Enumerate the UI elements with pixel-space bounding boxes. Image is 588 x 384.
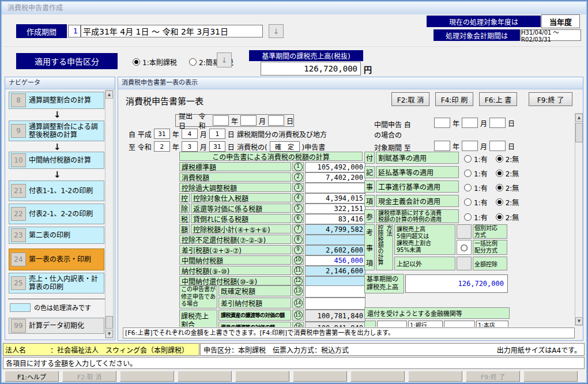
fuki-row-label: 延払基準等の適用 (376, 166, 459, 178)
interim-to-year-field[interactable] (434, 141, 450, 151)
from-month-field[interactable]: 4 (182, 129, 198, 139)
submit-year-field[interactable] (213, 115, 229, 126)
fkey-f1-help[interactable]: F1:ヘルプ (5, 371, 59, 382)
interim-from-month-field[interactable] (462, 118, 478, 128)
value-cell[interactable]: 105,492,000 (305, 162, 365, 172)
fkey-f7[interactable] (350, 371, 405, 382)
radio-yes[interactable] (464, 184, 472, 191)
value-cell[interactable]: 7,402,200 (305, 172, 365, 183)
method-box-full[interactable] (457, 257, 472, 270)
submit-day-field[interactable] (268, 115, 284, 126)
to-year-field[interactable]: 2 (154, 141, 170, 152)
value-cell[interactable]: 100,781,840 (305, 310, 365, 322)
nav-item-10[interactable]: 10 中間納付税額の計算 (9, 152, 104, 169)
refund-bank-name-field[interactable] (377, 321, 407, 327)
down-arrow-icon: ↓ (221, 56, 228, 65)
fkey-f4[interactable] (178, 371, 232, 382)
scroll-up-icon[interactable]: ▲ (575, 114, 583, 122)
scroll-down-icon[interactable]: ▼ (575, 317, 583, 325)
interim-to-day-field[interactable] (489, 141, 506, 151)
radio-yes[interactable] (464, 170, 472, 177)
scrollbar-thumb[interactable] (105, 316, 113, 329)
nav-item-23[interactable]: 23 第二表の印刷 (9, 227, 104, 244)
nav-item-label: 通算調整割合による調整後税額の計算 (29, 123, 102, 140)
nav-item-8[interactable]: 8 通算調整割合の計算 (9, 92, 104, 109)
refund-branch-type-field[interactable]: 1:本店 (476, 321, 508, 327)
radio-yes[interactable] (464, 155, 472, 163)
value-cell[interactable] (305, 183, 365, 193)
fkey-f5[interactable] (235, 371, 289, 382)
submit-month-field[interactable] (240, 115, 257, 126)
value-cell[interactable]: 4,799,582 (305, 224, 365, 235)
nav-item-24-active[interactable]: 24 第一表の表示・印刷 (9, 249, 104, 270)
base-sales-field[interactable]: 126,720,000 (261, 62, 361, 76)
scrollbar-thumb[interactable] (575, 123, 583, 142)
declaration-kind-field[interactable]: 確 定 (270, 141, 300, 152)
value-cell[interactable] (305, 235, 365, 245)
radio-no[interactable] (496, 155, 503, 163)
nav-item-21[interactable]: 21 付表1-1、1-2の印刷 (9, 180, 104, 201)
period-dropdown-button[interactable]: ↓ (269, 24, 284, 38)
value-cell[interactable] (305, 285, 365, 298)
from-year-field[interactable]: 31 (154, 129, 170, 139)
flow-down-arrow-icon: ↓ (54, 170, 61, 180)
fkey-f10[interactable] (523, 371, 578, 382)
navigator-scrollbar[interactable]: ▲ ▼ (105, 90, 114, 338)
fkey-f2-cancel[interactable]: F2:取 消 (62, 371, 116, 382)
scroll-up-icon[interactable]: ▲ (105, 91, 113, 99)
value-cell[interactable]: 2,146,600 (305, 266, 365, 276)
exit-button[interactable]: F9:終 了 (529, 92, 572, 106)
value-cell[interactable] (305, 298, 365, 310)
table-row: 消費税額27,402,200 (179, 172, 363, 182)
value-cell[interactable]: 83,416 (305, 214, 365, 224)
interim-from-year-field[interactable] (434, 118, 450, 128)
interim-to-month-field[interactable] (462, 141, 478, 151)
fkey-f9-exit[interactable]: F9:終 了 (466, 371, 520, 382)
radio-no[interactable] (496, 184, 503, 191)
print-button[interactable]: F4:印 刷 (435, 92, 473, 106)
unit-year: 年 (172, 129, 179, 139)
refund-bank-type-field[interactable]: 1:銀行 (408, 321, 443, 327)
period-value-field[interactable]: 平成31年 4月 1日 ～ 令和 2年 3月31日 (81, 25, 263, 37)
value-cell[interactable]: 4,394,015 (305, 193, 365, 204)
method-box-individual[interactable] (457, 224, 472, 239)
to-month-field[interactable]: 3 (182, 141, 198, 152)
nav-item-25[interactable]: 25 売上・仕入内訳表・計算表の印刷 (9, 273, 104, 293)
overwrite-button[interactable]: F6:上 書 (479, 92, 517, 106)
fkey-f8[interactable] (408, 371, 462, 382)
radio-selected-icon[interactable] (133, 58, 140, 66)
nav-item-9[interactable]: 9 通算調整割合による調整後税額の計算 (9, 121, 104, 141)
fkey-f3[interactable] (120, 371, 174, 382)
from-day-field[interactable]: 1 (209, 129, 225, 139)
fuki-char: 付 (364, 152, 375, 164)
scroll-down-icon[interactable]: ▼ (105, 330, 113, 338)
radio-yes[interactable] (464, 198, 472, 206)
category-dropdown-button[interactable]: ↓ (217, 52, 232, 67)
value-cell[interactable]: 456,000 (305, 255, 365, 266)
fkey-f6[interactable] (293, 371, 347, 382)
refund-branch-name-field[interactable] (444, 321, 475, 327)
value-cell[interactable]: 322,151 (305, 204, 365, 214)
to-day-field[interactable]: 31 (209, 141, 225, 152)
cancel-button[interactable]: F2:取 消 (391, 92, 429, 106)
radio-no[interactable] (496, 213, 503, 221)
value-cell[interactable]: 100,841,840 (305, 322, 365, 327)
table-row: 控除過大調整税額3 (179, 183, 363, 192)
nav-item-22[interactable]: 22 付表2-1、2-2の印刷 (9, 204, 104, 224)
base-period-value[interactable]: 126,720,000 (405, 274, 508, 293)
category-radio-honsoku[interactable]: 1:本則課税 (133, 57, 177, 67)
period-index-field[interactable]: 1 (68, 25, 81, 37)
radio-unselected-icon[interactable] (189, 58, 197, 66)
main-scrollbar[interactable]: ▲ ▼ (575, 113, 583, 326)
filing-info-bar: 申告区分：本則課税 伝票入力方式：税込方式 出力用紙サイズはA4です。 (200, 343, 585, 356)
interim-from-day-field[interactable] (489, 118, 506, 128)
radio-no[interactable] (496, 170, 503, 177)
value-cell[interactable]: 2,602,600 (305, 245, 365, 255)
radio-no[interactable] (496, 198, 503, 206)
nav-item-99[interactable]: 99 計算データ初期化 (9, 318, 104, 334)
radio-yes-label: 1:有 (474, 154, 488, 164)
fiscal-period-value: H31/04/01 ～ R02/03/31 (521, 29, 581, 41)
radio-yes[interactable] (464, 213, 472, 221)
submit-era: 令和 (199, 113, 210, 130)
method-box-proportional-selected[interactable]: ○ (457, 240, 472, 255)
